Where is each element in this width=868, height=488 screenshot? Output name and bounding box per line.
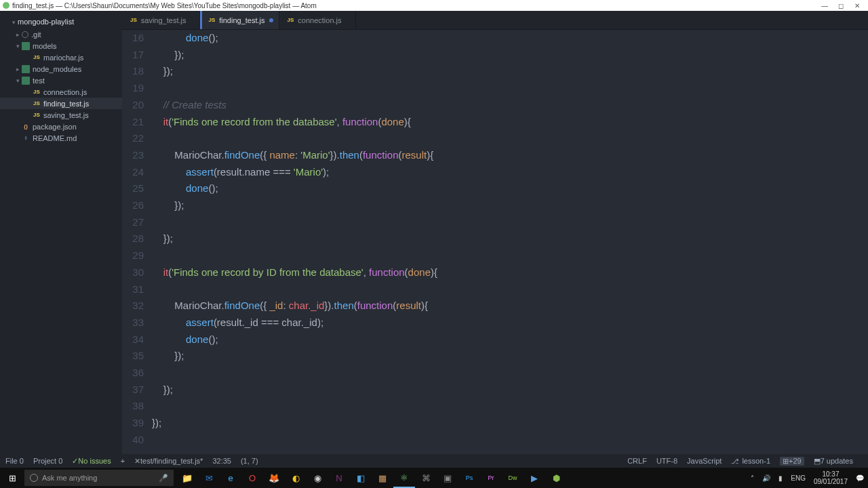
tree-item-test[interactable]: ▾test [0, 75, 122, 86]
minimize-button[interactable]: — [816, 2, 833, 9]
cortana-search[interactable]: Ask me anything 🎤 [24, 470, 174, 486]
file-explorer-icon[interactable]: 📁 [176, 468, 198, 488]
tab-saving_test-js[interactable]: JSsaving_test.js [122, 11, 200, 29]
status-updates[interactable]: ⬒ 7 updates [814, 457, 853, 466]
tree-label: connection.js [43, 88, 87, 96]
app-icon[interactable]: ▶ [524, 468, 545, 488]
windows-taskbar: ⊞ Ask me anything 🎤 📁 ✉ e O 🦊 ◐ ◉ N ◧ ▦ … [0, 468, 868, 488]
app-icon[interactable]: ⌘ [415, 468, 437, 488]
tree-item-finding_test-js[interactable]: JSfinding_test.js [0, 98, 122, 109]
system-tray: ˄ 🔊 ▮ ENG 10:37 09/01/2017 💬 [747, 468, 868, 488]
outlook-icon[interactable]: ✉ [198, 468, 220, 488]
status-language[interactable]: JavaScript [687, 457, 722, 465]
app-icon[interactable]: ▦ [372, 468, 393, 488]
js-icon: JS [33, 88, 41, 96]
tab-label: finding_test.js [219, 16, 264, 24]
folder-icon [22, 65, 30, 73]
tree-item-node_modules[interactable]: ▸node_modules [0, 63, 122, 75]
status-project: Project 0 [33, 457, 62, 465]
tree-label: package.json [33, 123, 77, 131]
atom-app-icon [3, 2, 9, 9]
firefox-icon[interactable]: 🦊 [263, 468, 285, 488]
line-gutter: 16 17 18 19 20 21 22 23 24 25 26 27 28 2… [122, 30, 149, 454]
status-git-diff[interactable]: ⊞ +29 [780, 457, 804, 466]
tree-label: models [33, 42, 56, 50]
js-icon: JS [288, 17, 294, 23]
tree-item-mariochar-js[interactable]: JSmariochar.js [0, 52, 122, 63]
tray-network-icon[interactable]: 🔊 [758, 474, 774, 482]
folder-icon [22, 77, 30, 85]
tree-label: node_modules [33, 65, 81, 73]
git-icon [22, 31, 28, 38]
chrome-icon[interactable]: ◉ [307, 468, 328, 488]
tray-notifications-icon[interactable]: 💬 [852, 474, 868, 482]
dreamweaver-icon[interactable]: Dw [502, 468, 524, 488]
tree-label: .git [31, 30, 41, 39]
tab-connection-js[interactable]: JSconnection.js [279, 11, 356, 29]
onenote-icon[interactable]: N [328, 468, 350, 488]
atom-taskbar-icon[interactable]: ⚛ [393, 468, 415, 488]
js-icon: JS [33, 54, 41, 62]
tree-item--git[interactable]: ▸.git [0, 28, 122, 40]
opera-icon[interactable]: O [241, 468, 263, 488]
android-icon[interactable]: ⬢ [545, 468, 567, 488]
close-button[interactable]: ✕ [849, 2, 865, 9]
js-icon: JS [208, 17, 215, 23]
tab-finding_test-js[interactable]: JSfinding_test.js [200, 11, 279, 29]
json-icon: {} [22, 123, 30, 131]
edge-icon[interactable]: e [220, 468, 241, 488]
tab-bar: JSsaving_test.jsJSfinding_test.jsJSconne… [122, 11, 868, 30]
code-area[interactable]: done(); }); }); // Create tests it('Find… [149, 30, 868, 454]
js-icon: JS [130, 17, 137, 23]
tree-label: README.md [33, 134, 77, 142]
status-git-branch[interactable]: lesson-1 [731, 457, 770, 465]
status-ratio: 32:35 [212, 457, 231, 465]
dirty-indicator [269, 18, 273, 22]
tab-label: saving_test.js [141, 16, 186, 24]
search-placeholder: Ask me anything [42, 474, 97, 482]
start-button[interactable]: ⊞ [0, 468, 24, 488]
cortana-icon [30, 474, 38, 482]
tree-item-connection-js[interactable]: JSconnection.js [0, 86, 122, 98]
tree-item-saving_test-js[interactable]: JSsaving_test.js [0, 109, 122, 121]
tree-item-package-json[interactable]: {}package.json [0, 121, 122, 132]
photoshop-icon[interactable]: Ps [458, 468, 480, 488]
tab-label: connection.js [298, 16, 341, 24]
app-icon[interactable]: ◧ [350, 468, 372, 488]
status-close-tab[interactable]: ✕ test/finding_test.js* [134, 457, 203, 466]
maximize-button[interactable]: ◻ [833, 2, 849, 9]
app-icon[interactable]: ▣ [437, 468, 458, 488]
tree-label: finding_test.js [43, 100, 89, 108]
status-bar: File 0 Project 0 ✓ No issues + ✕ test/fi… [0, 454, 868, 468]
status-encoding[interactable]: UTF-8 [656, 457, 677, 465]
status-line-ending[interactable]: CRLF [627, 457, 647, 465]
mic-icon[interactable]: 🎤 [159, 474, 168, 483]
status-file: File 0 [5, 457, 24, 465]
tree-item-models[interactable]: ▾models [0, 40, 122, 52]
tray-clock[interactable]: 10:37 09/01/2017 [810, 470, 852, 485]
tree-item-README-md[interactable]: iREADME.md [0, 132, 122, 144]
md-icon: i [22, 134, 30, 142]
premiere-icon[interactable]: Pr [480, 468, 502, 488]
app-icon[interactable]: ◐ [285, 468, 307, 488]
tree-label: saving_test.js [43, 111, 89, 119]
status-issues[interactable]: ✓ No issues [72, 457, 111, 466]
tree-label: mariochar.js [43, 54, 83, 62]
folder-icon [22, 42, 30, 50]
os-titlebar: finding_test.js — C:\Users\Shaun\Documen… [0, 0, 868, 11]
pinned-apps: 📁 ✉ e O 🦊 ◐ ◉ N ◧ ▦ ⚛ ⌘ ▣ Ps Pr Dw ▶ ⬢ [176, 468, 567, 488]
code-editor[interactable]: 16 17 18 19 20 21 22 23 24 25 26 27 28 2… [122, 30, 868, 454]
js-icon: JS [33, 111, 41, 119]
file-tree[interactable]: ▾ mongodb-playlist ▸.git▾modelsJSmarioch… [0, 11, 122, 454]
tray-wifi-icon[interactable]: ▮ [774, 474, 787, 482]
status-add[interactable]: + [121, 457, 125, 465]
status-cursor-pos: (1, 7) [241, 457, 258, 465]
window-title: finding_test.js — C:\Users\Shaun\Documen… [12, 2, 317, 9]
tray-chevron[interactable]: ˄ [747, 474, 758, 482]
tray-lang[interactable]: ENG [787, 474, 810, 482]
js-icon: JS [33, 100, 41, 108]
tree-label: test [33, 77, 45, 85]
project-root[interactable]: ▾ mongodb-playlist [0, 15, 122, 28]
